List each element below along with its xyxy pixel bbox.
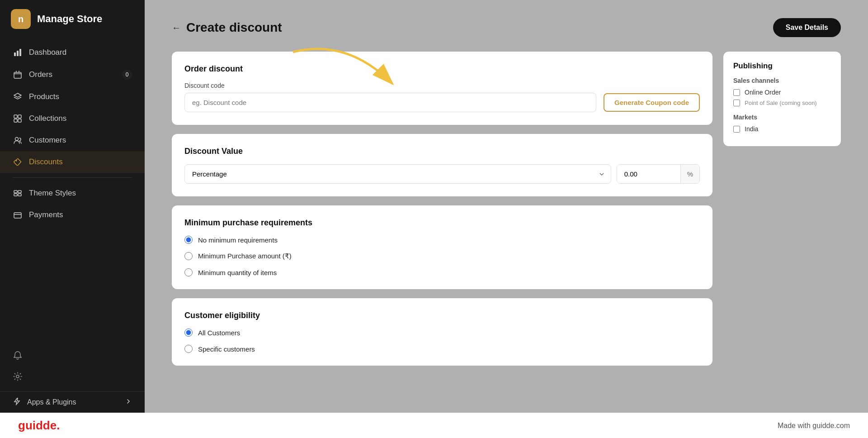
sidebar-title: Manage Store	[37, 13, 102, 25]
sidebar-item-label-theme-styles: Theme Styles	[29, 189, 76, 198]
min-purchase-option-no-min[interactable]: No minimum requirements	[184, 236, 700, 244]
radio-min-amount[interactable]	[184, 252, 193, 260]
radio-specific-customers-label: Specific customers	[198, 345, 255, 353]
settings-icon	[13, 371, 23, 383]
content-area: ← Create discount Save Details Order dis…	[145, 0, 868, 413]
svg-rect-12	[18, 190, 21, 193]
svg-rect-0	[14, 52, 16, 56]
footer: guidde. Made with guidde.com	[0, 413, 868, 438]
radio-min-qty-label: Minimum quantity of items	[198, 269, 277, 276]
sidebar-item-customers[interactable]: Customers	[0, 129, 145, 151]
sidebar-item-label-collections: Collections	[29, 114, 66, 123]
checkbox-india[interactable]	[733, 126, 740, 133]
right-panel: Publishing Sales channels Online Order P…	[723, 52, 841, 146]
sidebar-item-label-orders: Orders	[29, 70, 52, 79]
nav-divider-1	[13, 177, 132, 178]
sidebar-nav: Dashboard Orders 0 Products	[0, 38, 145, 229]
page-title: Create discount	[186, 20, 282, 35]
order-discount-card: Order discount Discount code Generate Co…	[172, 52, 712, 125]
customer-eligibility-radio-group: All Customers Specific customers	[184, 328, 700, 353]
sidebar-item-discounts[interactable]: Discounts	[0, 151, 145, 173]
apps-plugins-label: Apps & Plugins	[27, 398, 76, 406]
layers-icon	[13, 92, 23, 101]
customer-eligibility-card: Customer eligibility All Customers Speci…	[172, 298, 712, 366]
discount-value-card: Discount Value Percentage Fixed Amount %	[172, 134, 712, 196]
min-purchase-radio-group: No minimum requirements Minimum Purchase…	[184, 236, 700, 276]
discount-amount-wrapper: %	[617, 164, 700, 184]
sidebar-item-theme-styles[interactable]: Theme Styles	[0, 182, 145, 204]
svg-rect-10	[14, 190, 17, 193]
svg-rect-6	[14, 119, 17, 122]
channel-pos-label: Point of Sale (coming soon)	[745, 100, 817, 106]
channel-pos[interactable]: Point of Sale (coming soon)	[733, 100, 831, 106]
chevron-right-icon	[125, 398, 132, 407]
sidebar-item-products[interactable]: Products	[0, 86, 145, 108]
radio-all-customers-label: All Customers	[198, 329, 240, 337]
two-col-layout: Order discount Discount code Generate Co…	[172, 52, 841, 375]
min-purchase-option-amount[interactable]: Minimum Purchase amount (₹)	[184, 252, 700, 260]
box-icon	[13, 70, 23, 79]
page-header: ← Create discount Save Details	[172, 18, 841, 37]
svg-rect-3	[14, 72, 21, 78]
customer-eligibility-title: Customer eligibility	[184, 311, 700, 320]
sidebar-item-collections[interactable]: Collections	[0, 108, 145, 129]
svg-rect-2	[19, 49, 21, 56]
svg-rect-7	[18, 119, 21, 122]
channel-online-order[interactable]: Online Order	[733, 89, 831, 96]
sidebar-item-dashboard[interactable]: Dashboard	[0, 42, 145, 63]
channel-online-order-label: Online Order	[745, 89, 781, 96]
order-discount-title: Order discount	[184, 64, 700, 74]
min-purchase-title: Minimum purchase requirements	[184, 218, 700, 228]
discount-amount-input[interactable]	[617, 165, 680, 183]
sidebar-item-label-discounts: Discounts	[29, 157, 63, 167]
tag-icon	[13, 157, 23, 167]
stack-icon	[13, 114, 23, 123]
checkbox-pos[interactable]	[733, 100, 740, 106]
generate-coupon-button[interactable]: Generate Coupon code	[604, 93, 700, 112]
discount-value-row: Percentage Fixed Amount %	[184, 164, 700, 184]
svg-rect-5	[18, 115, 21, 118]
sidebar-item-label-customers: Customers	[29, 136, 66, 145]
chart-icon	[13, 48, 23, 57]
discount-amount-unit: %	[680, 165, 699, 183]
settings-button[interactable]	[13, 367, 132, 388]
svg-rect-13	[18, 194, 21, 196]
min-purchase-card: Minimum purchase requirements No minimum…	[172, 205, 712, 289]
radio-min-amount-label: Minimum Purchase amount (₹)	[198, 252, 292, 260]
svg-rect-4	[14, 115, 17, 118]
sidebar-item-orders[interactable]: Orders 0	[0, 63, 145, 86]
discount-type-select[interactable]: Percentage Fixed Amount	[184, 164, 611, 184]
radio-no-min[interactable]	[184, 236, 193, 244]
card-icon	[13, 210, 23, 219]
discount-code-row: Generate Coupon code	[184, 93, 700, 112]
market-india-label: India	[745, 125, 758, 133]
radio-all-customers[interactable]	[184, 328, 193, 337]
checkbox-online-order[interactable]	[733, 89, 740, 96]
bell-button[interactable]	[13, 346, 132, 367]
orders-badge: 0	[122, 70, 132, 80]
customer-option-specific[interactable]: Specific customers	[184, 345, 700, 353]
svg-point-9	[16, 160, 17, 162]
min-purchase-option-qty[interactable]: Minimum quantity of items	[184, 268, 700, 276]
users-icon	[13, 136, 23, 145]
customer-option-all[interactable]: All Customers	[184, 328, 700, 337]
app-logo: n	[11, 9, 31, 29]
palette-icon	[13, 189, 23, 198]
save-button[interactable]: Save Details	[773, 18, 841, 37]
footer-logo: guidde.	[18, 419, 60, 433]
discount-code-input[interactable]	[184, 93, 596, 112]
page-title-row: ← Create discount	[172, 20, 282, 35]
radio-min-qty[interactable]	[184, 268, 193, 276]
apps-plugins-item[interactable]: Apps & Plugins	[0, 391, 145, 413]
main-column: Order discount Discount code Generate Co…	[172, 52, 712, 375]
back-button[interactable]: ←	[172, 23, 181, 33]
markets-section: Markets India	[733, 114, 831, 133]
sidebar-header: n Manage Store	[0, 0, 145, 38]
sales-channels-title: Sales channels	[733, 77, 831, 84]
market-india[interactable]: India	[733, 125, 831, 133]
discount-code-label: Discount code	[184, 82, 700, 89]
sidebar-item-label-payments: Payments	[29, 210, 63, 219]
sidebar-item-payments[interactable]: Payments	[0, 204, 145, 226]
svg-point-8	[15, 138, 19, 141]
radio-specific-customers[interactable]	[184, 345, 193, 353]
